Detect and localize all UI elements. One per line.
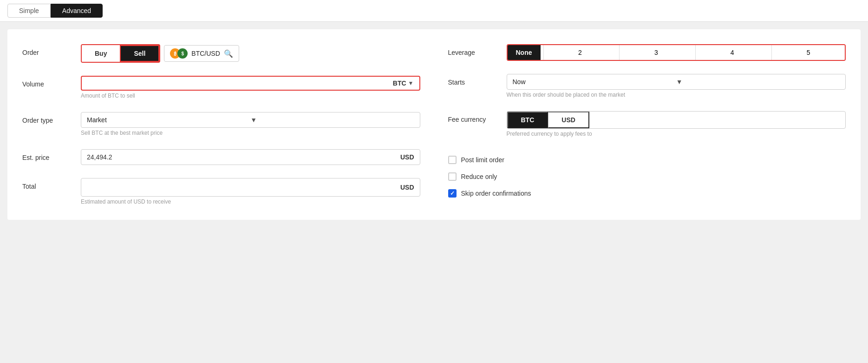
leverage-label: Leverage — [448, 44, 499, 56]
leverage-row: Leverage None 2 3 4 5 — [448, 44, 846, 61]
pair-selector[interactable]: ₿ $ BTC/USD 🔍 — [164, 45, 239, 62]
order-type-row: Order type Market ▼ Sell BTC at the best… — [22, 112, 420, 136]
right-options: Post limit order Reduce only Skip order … — [448, 154, 846, 198]
sell-button[interactable]: Sell — [120, 45, 159, 62]
volume-currency: BTC — [393, 79, 406, 87]
skip-confirm-checkbox[interactable] — [448, 189, 457, 198]
total-label: Total — [22, 178, 73, 190]
starts-row: Starts Now ▼ When this order should be p… — [448, 74, 846, 98]
buy-button[interactable]: Buy — [82, 45, 120, 62]
est-price-row: Est. price 24,494.2 USD — [22, 149, 420, 165]
fee-currency-label: Fee currency — [448, 111, 499, 123]
reduce-only-checkbox[interactable] — [448, 172, 457, 181]
fee-currency-control: BTC USD Preferred currency to apply fees… — [507, 111, 846, 137]
volume-dropdown-arrow[interactable]: ▼ — [408, 80, 414, 86]
volume-input-wrap: BTC ▼ — [81, 76, 420, 91]
total-wrap: USD — [81, 178, 420, 197]
right-column: Leverage None 2 3 4 5 Starts Now ▼ When … — [448, 44, 846, 205]
starts-label: Starts — [448, 74, 499, 86]
order-type-arrow: ▼ — [250, 116, 414, 124]
tab-bar: Simple Advanced — [0, 0, 868, 22]
buy-sell-group: Buy Sell — [81, 44, 160, 63]
tab-advanced[interactable]: Advanced — [51, 4, 103, 18]
leverage-none-button[interactable]: None — [508, 45, 541, 60]
order-type-value: Market — [87, 116, 250, 124]
usd-icon: $ — [177, 48, 188, 59]
volume-control: BTC ▼ Amount of BTC to sell — [81, 76, 420, 99]
est-price-control: 24,494.2 USD — [81, 149, 420, 165]
volume-label: Volume — [22, 76, 73, 88]
leverage-2-button[interactable]: 2 — [543, 45, 617, 60]
skip-confirm-row: Skip order confirmations — [448, 189, 846, 198]
est-price-value: 24,494.2 — [87, 153, 400, 161]
starts-arrow: ▼ — [676, 78, 840, 86]
fee-group: BTC USD — [507, 111, 846, 129]
search-icon[interactable]: 🔍 — [224, 49, 233, 58]
leverage-4-button[interactable]: 4 — [695, 45, 769, 60]
total-currency: USD — [400, 184, 414, 191]
total-control: USD Estimated amount of USD to receive — [81, 178, 420, 205]
fee-currency-hint: Preferred currency to apply fees to — [507, 131, 846, 137]
starts-select[interactable]: Now ▼ — [507, 74, 846, 90]
pair-icons: ₿ $ — [170, 48, 188, 59]
post-limit-row: Post limit order — [448, 156, 846, 164]
main-panel: Order Buy Sell ₿ $ BTC/USD 🔍 Volume — [7, 29, 861, 220]
total-input[interactable] — [87, 184, 400, 191]
starts-value: Now — [513, 78, 676, 86]
skip-confirm-label: Skip order confirmations — [461, 190, 531, 197]
left-column: Order Buy Sell ₿ $ BTC/USD 🔍 Volume — [22, 44, 420, 205]
fee-usd-button[interactable]: USD — [548, 112, 589, 128]
order-type-control: Market ▼ Sell BTC at the best market pri… — [81, 112, 420, 136]
leverage-3-button[interactable]: 3 — [619, 45, 692, 60]
total-row: Total USD Estimated amount of USD to rec… — [22, 178, 420, 205]
starts-control: Now ▼ When this order should be placed o… — [507, 74, 846, 98]
post-limit-checkbox[interactable] — [448, 156, 457, 164]
reduce-only-row: Reduce only — [448, 172, 846, 181]
est-price-label: Est. price — [22, 149, 73, 161]
order-label: Order — [22, 44, 73, 56]
reduce-only-label: Reduce only — [461, 173, 497, 180]
est-price-currency: USD — [400, 153, 414, 161]
leverage-group: None 2 3 4 5 — [507, 44, 846, 61]
order-type-hint: Sell BTC at the best market price — [81, 130, 420, 136]
post-limit-label: Post limit order — [461, 156, 504, 164]
volume-row: Volume BTC ▼ Amount of BTC to sell — [22, 76, 420, 99]
starts-hint: When this order should be placed on the … — [507, 92, 846, 98]
order-type-label: Order type — [22, 112, 73, 124]
order-row: Order Buy Sell ₿ $ BTC/USD 🔍 — [22, 44, 420, 63]
order-type-select[interactable]: Market ▼ — [81, 112, 420, 128]
fee-currency-row: Fee currency BTC USD Preferred currency … — [448, 111, 846, 137]
pair-label: BTC/USD — [191, 50, 220, 57]
fee-btc-button[interactable]: BTC — [507, 112, 548, 128]
leverage-5-button[interactable]: 5 — [771, 45, 845, 60]
order-controls: Buy Sell ₿ $ BTC/USD 🔍 — [81, 44, 420, 63]
volume-input[interactable] — [87, 79, 393, 87]
est-price-wrap: 24,494.2 USD — [81, 149, 420, 165]
volume-hint: Amount of BTC to sell — [81, 92, 420, 99]
total-hint: Estimated amount of USD to receive — [81, 198, 420, 205]
tab-simple[interactable]: Simple — [7, 4, 51, 18]
